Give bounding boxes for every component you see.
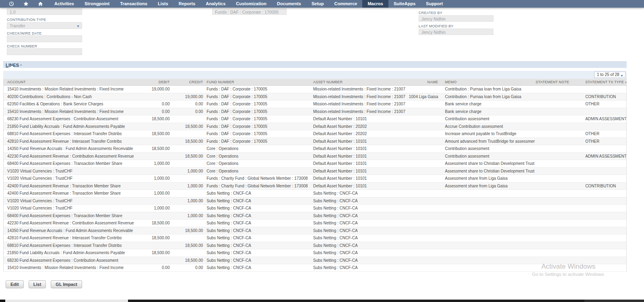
table-row: 68810 Fund Assessment Expenses : Interas…: [4, 242, 626, 250]
activate-windows-watermark-subtext: Go to Settings to activate Windows.: [532, 272, 605, 277]
cell-fund: Core : Operations: [204, 153, 312, 160]
cell-txtype: CONTRIBUTION: [571, 93, 626, 101]
cell-account: 15410 Investments : Mission Related Inve…: [4, 86, 135, 93]
cell-name: [409, 175, 441, 182]
nav-item-activities[interactable]: Activities: [49, 0, 79, 8]
cell-debit: 19,000.00: [135, 86, 171, 93]
column-header-credit[interactable]: CREDIT: [170, 79, 204, 85]
cell-fund: Subs Netting : CNCF-CA: [204, 197, 312, 205]
cell-txtype: [571, 145, 626, 152]
cell-note: [535, 190, 571, 197]
column-header-debit[interactable]: DEBIT: [135, 79, 171, 85]
nav-item-commerce[interactable]: Commerce: [329, 0, 363, 8]
cell-note: [535, 249, 571, 257]
nav-item-documents[interactable]: Documents: [272, 0, 306, 8]
check-wire-date-field[interactable]: [7, 35, 82, 42]
cell-asset: Default Asset Number : 20202: [312, 130, 409, 138]
history-icon[interactable]: [8, 1, 14, 7]
cell-name: [409, 115, 441, 123]
cell-name: [409, 205, 441, 212]
pagination-value: 1 to 25 of 28: [597, 72, 619, 77]
cell-note: [535, 234, 571, 242]
cell-note: [535, 145, 571, 152]
table-row: 42230 Fund Assessment Revenue : Contribu…: [4, 153, 626, 160]
cell-asset: Subs Netting : CNCF-CA: [312, 227, 409, 234]
cell-name: [409, 123, 441, 130]
last-modified-by-field: Jency Nidhin: [419, 29, 493, 35]
list-button[interactable]: List: [29, 280, 46, 288]
cell-fund: Funds : DAF : Corporate : 170005: [204, 115, 312, 123]
lines-table: ACCOUNTDEBITCREDITFUND NUMBERASSET NUMBE…: [3, 79, 627, 272]
cell-note: [535, 242, 571, 249]
column-header-note[interactable]: STATEMENT NOTE: [535, 79, 571, 85]
table-row: 42400 Fund Assessment Revenue : Transact…: [4, 183, 626, 190]
nav-item-analytics[interactable]: Analytics: [200, 0, 231, 8]
cell-debit: 1,000.00: [135, 190, 171, 197]
contribution-type-select[interactable]: Transfer ▼: [7, 22, 82, 29]
table-row: 62350 Facilities & Operations : Bank Ser…: [4, 101, 626, 108]
column-header-name[interactable]: NAME: [409, 79, 441, 85]
cell-memo: Assessment share to Christian Developmen…: [441, 168, 535, 175]
cell-memo: [441, 190, 535, 197]
cell-account: 14350 Fund Revenue Accruals : Fund Admin…: [4, 227, 135, 234]
nav-item-lists[interactable]: Lists: [153, 0, 173, 8]
lines-menu-dot-icon[interactable]: •: [20, 63, 21, 67]
taskbar-sliver: [0, 300, 5, 302]
cell-credit: [170, 145, 204, 152]
cell-memo: Bank service charge: [441, 101, 535, 108]
gl-impact-button[interactable]: GL Impact: [51, 280, 82, 288]
cell-asset: Default Asset Number : 20202: [312, 123, 409, 130]
cell-note: [535, 175, 571, 182]
nav-item-macros[interactable]: Macros: [362, 0, 388, 8]
cell-debit: [135, 227, 171, 234]
contribution-type-value: Transfer: [10, 23, 25, 28]
cell-account: 68230 Fund Assessment Expenses : Contrib…: [4, 257, 135, 264]
cell-account: V1020 Virtual Currencies : TrustCHF: [4, 197, 135, 205]
cell-fund: Subs Netting : CNCF-CA: [204, 242, 312, 249]
cell-memo: Bank service charge: [441, 108, 535, 115]
cell-fund: Funds : Charity Fund : Global Network Me…: [204, 183, 312, 190]
home-icon[interactable]: [37, 1, 43, 7]
cell-memo: Contribution assessment: [441, 145, 535, 152]
version-field[interactable]: 1.0: [7, 8, 82, 15]
nav-item-suiteapps[interactable]: SuiteApps: [388, 0, 421, 8]
chevron-down-icon: ▼: [76, 24, 80, 29]
column-header-account[interactable]: ACCOUNT: [4, 79, 135, 85]
nav-item-strongpoint[interactable]: Strongpoint: [79, 0, 115, 8]
cell-memo: Accrue Contribution assessment: [441, 123, 535, 130]
edit-button[interactable]: Edit: [6, 280, 24, 288]
pagination-select[interactable]: 1 to 25 of 28 ▼: [594, 72, 625, 78]
cell-credit: 19,000.00: [170, 93, 204, 101]
cell-name: [409, 86, 441, 93]
column-header-fund[interactable]: FUND NUMBER: [204, 79, 312, 85]
table-row: 40200 Contributions : Contributions - No…: [4, 93, 626, 101]
nav-item-reports[interactable]: Reports: [173, 0, 201, 8]
check-number-field[interactable]: [7, 48, 82, 55]
nav-item-customization[interactable]: Customization: [231, 0, 272, 8]
cell-asset: Subs Netting : CNCF-CA: [312, 197, 409, 205]
cell-asset: Subs Netting : CNCF-CA: [312, 264, 409, 271]
cell-memo: Assessment share to Christian Developmen…: [441, 160, 535, 167]
cell-credit: [170, 175, 204, 182]
cell-credit: 1,000.00: [170, 168, 204, 175]
cell-account: 42400 Fund Assessment Revenue : Transact…: [4, 190, 135, 197]
cell-memo: Contribution : Purnaa loan from Liga Gai…: [441, 86, 535, 93]
column-header-asset[interactable]: ASSET NUMBER: [312, 79, 409, 85]
column-header-memo[interactable]: MEMO: [441, 79, 535, 85]
nav-item-support[interactable]: Support: [421, 0, 448, 8]
nav-item-transactions[interactable]: Transactions: [115, 0, 153, 8]
cell-fund: Core : Operations: [204, 145, 312, 152]
column-header-txtype[interactable]: STATEMENT TX TYPE ▲: [571, 79, 626, 85]
cell-note: [535, 101, 571, 108]
cell-credit: 18,500.00: [170, 138, 204, 145]
table-row: 68230 Fund Assessment Expenses : Contrib…: [4, 115, 626, 123]
cell-name: [409, 160, 441, 167]
cell-account: 21850 Fund Liability Accruals : Fund Adm…: [4, 123, 135, 130]
star-icon[interactable]: [23, 1, 29, 7]
nav-item-setup[interactable]: Setup: [306, 0, 329, 8]
cell-debit: 0.00: [135, 108, 171, 115]
activate-windows-watermark: Activate Windows: [541, 263, 595, 271]
lines-toolbar: 1 to 25 of 28 ▼: [3, 71, 627, 79]
fund-number-field[interactable]: Funds : DAF : Corporate : 170005: [212, 8, 287, 15]
cell-asset: Default Asset Number : 10101: [312, 153, 409, 160]
